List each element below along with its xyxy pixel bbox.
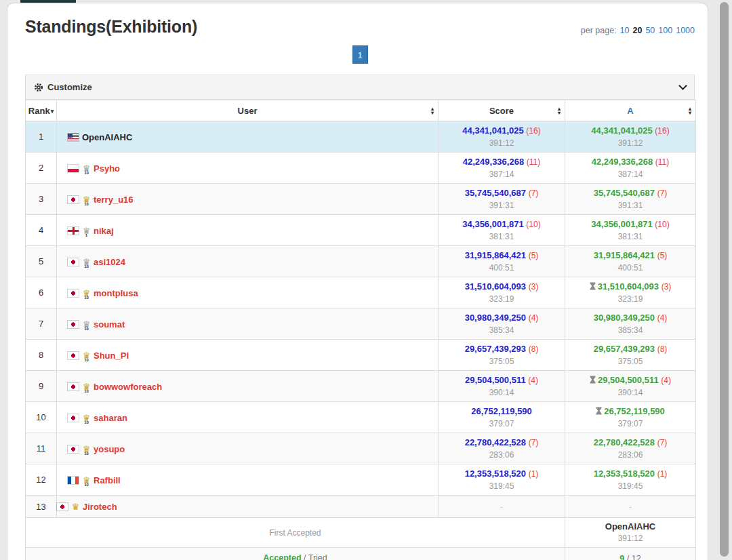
table-row: 5 10asi1024 31,915,864,421 (5) 400:51 31… xyxy=(26,246,696,277)
score-penalty: (4) xyxy=(529,313,539,323)
crown-number: 1 xyxy=(82,233,91,237)
per-page-option-1000[interactable]: 1000 xyxy=(676,26,695,35)
gear-icon xyxy=(34,83,43,92)
problem-a-time: 323:19 xyxy=(565,294,695,305)
score-time: 387:14 xyxy=(439,169,565,180)
problem-a-time: 391:12 xyxy=(565,138,695,149)
user-link[interactable]: soumat xyxy=(94,319,125,329)
table-row: 10 10saharan 26,752,119,590 379:07 26,75… xyxy=(26,402,696,433)
scrollbar-thumb[interactable] xyxy=(720,2,729,557)
rank-cell: 11 xyxy=(26,433,57,464)
score-cell: 22,780,422,528 (7) 283:06 xyxy=(439,433,565,464)
user-link[interactable]: Shun_PI xyxy=(94,351,129,361)
rank-cell: 13 xyxy=(26,496,57,518)
score-cell: 34,356,001,871 (10) 381:31 xyxy=(439,215,565,246)
sort-icon xyxy=(431,107,434,115)
user-link[interactable]: yosupo xyxy=(94,444,125,454)
score-penalty: (11) xyxy=(527,157,540,167)
score-time: 381:31 xyxy=(439,231,565,243)
per-page-label: per page: xyxy=(581,26,617,35)
user-link[interactable]: montplusa xyxy=(94,288,138,298)
problem-a-cell: 29,504,500,511 (4) 390:14 xyxy=(565,371,696,402)
accepted-label: Accepted xyxy=(263,553,301,560)
score-time: 379:07 xyxy=(439,418,565,430)
crown-number: 10 xyxy=(82,202,91,206)
crown-icon: 10 xyxy=(82,380,91,393)
per-page-option-20-selected[interactable]: 20 xyxy=(633,26,643,35)
problem-a-value: - xyxy=(629,502,632,511)
problem-a-cell: 35,745,540,687 (7) 391:31 xyxy=(565,184,696,215)
problem-a-value: 29,657,439,293 xyxy=(594,344,655,354)
customize-bar[interactable]: Customize xyxy=(25,75,695,100)
user-link[interactable]: OpenAIAHC xyxy=(82,132,132,142)
crown-icon: 10 xyxy=(82,474,91,486)
score-value: 31,915,864,421 xyxy=(465,250,526,260)
score-penalty: (8) xyxy=(529,344,539,354)
score-value: 30,980,349,250 xyxy=(465,313,526,323)
problem-a-header-link[interactable]: A xyxy=(627,106,633,116)
first-accepted-row: First Accepted OpenAIAHC 391:12 xyxy=(26,518,696,548)
score-cell: 12,353,518,520 (1) 319:45 xyxy=(439,464,565,496)
customize-label: Customize xyxy=(47,82,92,92)
column-header-user[interactable]: User xyxy=(57,100,439,121)
problem-a-value: 31,915,864,421 xyxy=(594,250,655,260)
table-row: 6 10montplusa 31,510,604,093 (3) 323:19 … xyxy=(26,277,696,308)
per-page-option-50[interactable]: 50 xyxy=(645,26,655,35)
page-header: Standings(Exhibition) per page:102050100… xyxy=(25,17,695,37)
first-accepted-user: OpenAIAHC xyxy=(565,521,695,533)
user-cell: 10terry_u16 xyxy=(57,184,439,215)
per-page-control: per page:1020501001000 xyxy=(581,26,695,37)
flag-icon xyxy=(68,352,79,359)
sort-icon xyxy=(689,107,691,115)
user-link[interactable]: saharan xyxy=(94,413,127,423)
rank-cell: 3 xyxy=(26,184,57,215)
column-header-problem-a[interactable]: A xyxy=(565,100,696,121)
table-row: 11 10yosupo 22,780,422,528 (7) 283:06 22… xyxy=(26,433,696,464)
score-value: 34,356,001,871 xyxy=(462,219,523,229)
problem-a-time: 381:31 xyxy=(565,231,695,243)
user-link[interactable]: asi1024 xyxy=(94,257,125,267)
chevron-down-icon xyxy=(678,81,687,90)
user-link[interactable]: Psyho xyxy=(94,163,120,174)
column-header-rank[interactable]: Rank▾ xyxy=(26,100,57,121)
crown-number: 10 xyxy=(82,389,91,393)
user-link[interactable]: Jirotech xyxy=(83,502,117,512)
hourglass-icon xyxy=(590,376,596,384)
score-penalty: (5) xyxy=(529,251,539,260)
column-header-score[interactable]: Score xyxy=(439,100,565,121)
crown-icon: 10 xyxy=(82,412,91,424)
per-page-option-10[interactable]: 10 xyxy=(620,26,630,35)
score-value: 31,510,604,093 xyxy=(465,281,526,292)
problem-a-value: 29,504,500,511 xyxy=(598,375,659,385)
rank-cell: 8 xyxy=(26,340,57,371)
score-value: 29,504,500,511 xyxy=(465,375,526,385)
user-link[interactable]: terry_u16 xyxy=(94,195,134,205)
user-link[interactable]: nikaj xyxy=(94,226,114,236)
user-cell: 10asi1024 xyxy=(57,246,439,277)
per-page-option-100[interactable]: 100 xyxy=(658,26,672,35)
table-row: 7 10soumat 30,980,349,250 (4) 385:34 30,… xyxy=(26,308,696,340)
crown-icon: 10 xyxy=(82,318,91,330)
crown-number: 10 xyxy=(82,483,91,487)
problem-a-penalty: (11) xyxy=(655,157,669,167)
problem-a-penalty: (4) xyxy=(661,376,671,385)
score-value: 29,657,439,293 xyxy=(465,344,526,354)
table-row: 13 Jirotech - - xyxy=(26,496,696,518)
problem-a-time: 319:45 xyxy=(565,481,695,492)
problem-a-value: 42,249,336,268 xyxy=(592,157,653,167)
problem-a-penalty: (10) xyxy=(655,220,669,229)
user-cell: 1nikaj xyxy=(57,215,439,246)
page-1-button[interactable]: 1 xyxy=(352,45,368,64)
user-cell: Jirotech xyxy=(57,496,439,518)
user-link[interactable]: bowwowforeach xyxy=(94,382,162,392)
rank-cell: 5 xyxy=(26,246,57,277)
problem-a-value: 35,745,540,687 xyxy=(594,188,655,198)
pagination: 1 xyxy=(25,45,695,64)
user-link[interactable]: Rafbill xyxy=(94,475,121,485)
flag-icon xyxy=(68,134,79,141)
hourglass-icon xyxy=(590,282,596,290)
problem-a-penalty: (3) xyxy=(662,282,672,292)
scrollbar-track[interactable] xyxy=(717,0,732,560)
problem-a-penalty: (5) xyxy=(657,251,668,260)
score-value: 35,745,540,687 xyxy=(465,188,526,198)
